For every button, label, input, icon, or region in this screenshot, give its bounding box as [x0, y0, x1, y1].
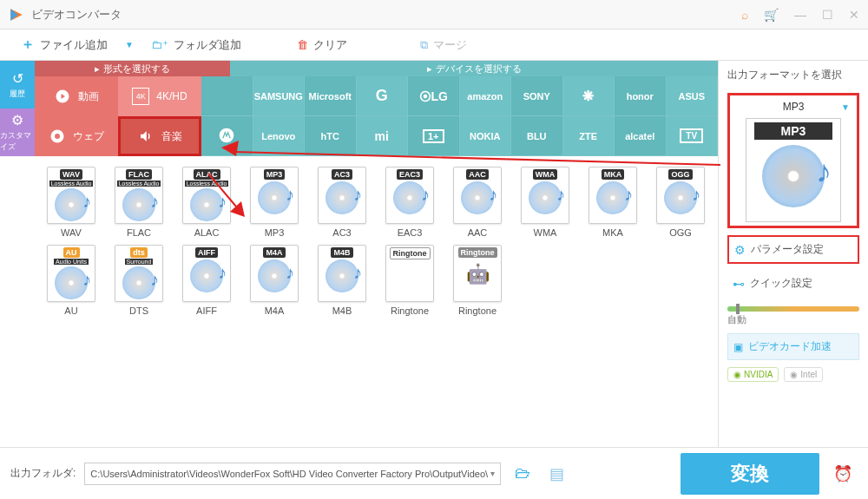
format-flac[interactable]: FLACLossless AudioFLAC	[109, 167, 168, 238]
brand-huawei[interactable]: ❋	[563, 76, 615, 116]
format-thumb: MKA	[589, 167, 637, 224]
open-folder-button[interactable]: 🗁	[510, 464, 536, 483]
category-video[interactable]: 動画	[35, 76, 118, 116]
disc-icon	[122, 188, 155, 221]
format-label: MKA	[602, 227, 623, 238]
selected-format-label: MP3	[783, 101, 805, 113]
brand-nokia[interactable]: NOKIA	[460, 116, 512, 156]
format-badge: MKA	[602, 169, 625, 180]
add-file-dropdown[interactable]: ▼	[118, 36, 141, 53]
format-ogg[interactable]: OGGOGG	[651, 167, 710, 238]
format-thumb: Ringtone	[385, 245, 434, 302]
brand-lenovo[interactable]: Lenovo	[253, 116, 306, 156]
category-4k-hd[interactable]: 4K 4K/HD	[118, 76, 201, 116]
brand-honor[interactable]: honor	[615, 76, 667, 116]
brand-sony[interactable]: SONY	[511, 76, 563, 116]
brand-zte[interactable]: ZTE	[563, 116, 615, 156]
plus-icon: ＋	[21, 36, 35, 54]
brand-alcatel[interactable]: alcatel	[615, 116, 667, 156]
format-au[interactable]: AUAudio UnitsAU	[42, 245, 101, 316]
brand-mi[interactable]: mi	[357, 116, 409, 156]
toolbar: ＋ ファイル追加 ▼ 🗀⁺ フォルダ追加 🗑 クリア ⧉ マージ	[0, 30, 868, 61]
format-dts[interactable]: dtsSurroundDTS	[109, 245, 168, 316]
tab-select-device[interactable]: ▸ デバイスを選択する	[230, 61, 718, 76]
format-aiff[interactable]: AIFFAIFF	[177, 245, 236, 316]
clear-button[interactable]: 🗑 クリア	[290, 34, 354, 56]
add-folder-button[interactable]: 🗀⁺ フォルダ追加	[144, 34, 248, 56]
format-badge: OGG	[668, 169, 692, 180]
quality-slider[interactable]	[727, 306, 859, 312]
category-music[interactable]: 音楽	[118, 116, 201, 156]
brand-oneplus[interactable]: 1+	[408, 116, 460, 156]
add-file-button[interactable]: ＋ ファイル追加	[14, 32, 115, 57]
brand-asus[interactable]: ASUS	[667, 76, 719, 116]
history-button[interactable]: ↺ 履歴	[0, 61, 35, 108]
brand-htc[interactable]: hTC	[305, 116, 357, 156]
disc-icon	[326, 181, 358, 214]
brand-g[interactable]: G	[357, 76, 409, 116]
format-ac3[interactable]: AC3AC3	[312, 167, 372, 238]
format-thumb: ALACLossless Audio	[182, 167, 231, 224]
output-format-selector[interactable]: MP3 ▼ MP3	[727, 93, 859, 228]
svg-point-2	[55, 134, 60, 139]
brand-moto[interactable]	[201, 116, 253, 156]
merge-button[interactable]: ⧉ マージ	[413, 34, 474, 56]
list-view-button[interactable]: ▤	[544, 464, 569, 483]
format-label: FLAC	[127, 227, 151, 238]
format-aac[interactable]: AACAAC	[448, 167, 507, 238]
format-mka[interactable]: MKAMKA	[583, 167, 642, 238]
parameter-settings-button[interactable]: ⚙ パラメータ設定	[727, 235, 859, 264]
slider-auto-label: 自動	[727, 313, 859, 326]
format-wav[interactable]: WAVLossless AudioWAV	[42, 167, 101, 238]
brand-samsung[interactable]: SAMSUNG	[253, 76, 306, 116]
format-thumb: AUAudio Units	[47, 245, 95, 302]
tab-select-format[interactable]: ▸ 形式を選択する	[35, 61, 230, 76]
disc-icon	[55, 188, 88, 221]
bottom-bar: 出力フォルダ: C:\Users\Administrator\Videos\Wo…	[0, 447, 868, 499]
brand-apple[interactable]	[201, 76, 253, 116]
format-thumb: OGG	[656, 167, 705, 224]
output-folder-path[interactable]: C:\Users\Administrator\Videos\WonderFox …	[84, 463, 501, 485]
format-thumb: Ringtone🤖	[453, 245, 502, 302]
brand-microsoft[interactable]: Microsoft	[305, 76, 357, 116]
brand-lg[interactable]: ⦿LG	[408, 76, 460, 116]
close-button[interactable]: ✕	[849, 8, 859, 22]
format-ringtone[interactable]: RingtoneRingtone	[380, 245, 439, 316]
format-m4a[interactable]: M4AM4A	[245, 245, 304, 316]
hardware-accel-button[interactable]: ▣ ビデオカード加速	[727, 333, 859, 360]
brand-tv[interactable]: TV	[667, 116, 719, 156]
format-eac3[interactable]: EAC3EAC3	[380, 167, 439, 238]
intel-chip[interactable]: ◉ Intel	[784, 367, 823, 382]
tv-icon: TV	[680, 128, 703, 143]
maximize-button[interactable]: ☐	[822, 8, 833, 22]
chrome-icon	[49, 128, 66, 145]
format-alac[interactable]: ALACLossless AudioALAC	[177, 167, 236, 238]
format-badge: M4A	[263, 247, 285, 258]
format-badge: AC3	[332, 169, 352, 180]
search-icon[interactable]: ⌕	[741, 8, 748, 22]
app-title: ビデオコンバータ	[31, 7, 741, 23]
convert-button[interactable]: 変換	[681, 453, 819, 495]
brand-blu[interactable]: BLU	[511, 116, 563, 156]
format-wma[interactable]: WMAWMA	[516, 167, 575, 238]
format-thumb: AIFF	[182, 245, 231, 302]
huawei-icon: ❋	[582, 88, 594, 104]
cart-icon[interactable]: 🛒	[764, 8, 779, 22]
format-m4b[interactable]: M4BM4B	[312, 245, 372, 316]
toggle-icon: ⊷	[733, 277, 745, 291]
timer-button[interactable]: ⏰	[828, 464, 858, 483]
4k-icon: 4K	[132, 88, 149, 105]
format-ringtone[interactable]: Ringtone🤖Ringtone	[448, 245, 507, 316]
quick-settings-button[interactable]: ⊷ クイック設定	[727, 271, 859, 296]
format-grid: WAVLossless AudioWAVFLACLossless AudioFL…	[35, 156, 718, 447]
format-mp3[interactable]: MP3MP3	[245, 167, 304, 238]
customize-button[interactable]: ⚙ カスタマイズ	[0, 108, 35, 156]
disc-icon	[190, 259, 223, 292]
category-web[interactable]: ウェブ	[35, 116, 118, 156]
brand-amazon[interactable]: amazon	[460, 76, 512, 116]
format-badge: ALAC	[194, 169, 220, 180]
format-label: AIFF	[196, 305, 217, 316]
nvidia-chip[interactable]: ◉ NVIDIA	[727, 367, 779, 382]
minimize-button[interactable]: —	[794, 8, 806, 22]
format-badge: FLAC	[126, 169, 152, 180]
